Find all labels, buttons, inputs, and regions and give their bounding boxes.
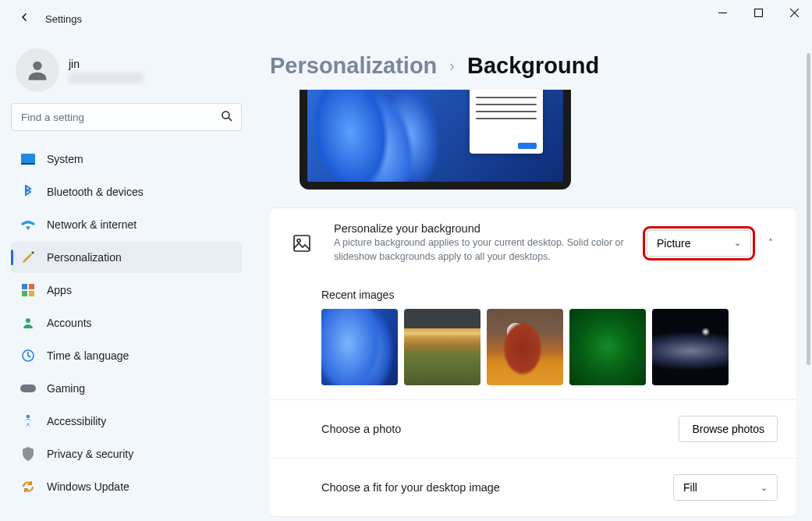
nav-label: Bluetooth & devices bbox=[47, 186, 144, 198]
nav-system[interactable]: System bbox=[11, 144, 242, 175]
button-label: Browse photos bbox=[692, 423, 764, 435]
search-wrap bbox=[11, 103, 242, 131]
settings-window: Settings jin System bbox=[0, 0, 812, 521]
breadcrumb-current: Background bbox=[467, 53, 599, 79]
close-button[interactable] bbox=[776, 0, 812, 25]
minimize-button[interactable] bbox=[704, 0, 740, 25]
nav-personalization[interactable]: Personalization bbox=[11, 242, 242, 273]
nav-label: Accessibility bbox=[47, 415, 106, 427]
svg-rect-9 bbox=[22, 284, 27, 289]
user-email-redacted bbox=[69, 73, 144, 83]
chevron-down-icon: ⌄ bbox=[734, 238, 741, 248]
nav-accounts[interactable]: Accounts bbox=[11, 307, 242, 338]
svg-line-6 bbox=[229, 118, 232, 121]
nav-windows-update[interactable]: Windows Update bbox=[11, 471, 242, 502]
nav-time-language[interactable]: Time & language bbox=[11, 340, 242, 371]
wallpaper-bloom bbox=[300, 90, 486, 190]
apps-icon bbox=[20, 282, 36, 298]
nav-label: Windows Update bbox=[47, 480, 129, 493]
svg-rect-15 bbox=[20, 385, 36, 392]
choose-fit-label: Choose a fit for your desktop image bbox=[321, 481, 500, 494]
window-controls bbox=[704, 0, 812, 31]
nav-list: System Bluetooth & devices Network & int… bbox=[11, 144, 242, 502]
background-type-select[interactable]: Picture ⌄ bbox=[647, 230, 751, 257]
select-value: Fill bbox=[683, 481, 697, 494]
svg-rect-12 bbox=[29, 291, 34, 296]
chevron-down-icon: ⌄ bbox=[761, 483, 768, 493]
preview-window-mock bbox=[470, 90, 543, 154]
select-value: Picture bbox=[657, 237, 691, 250]
collapse-section-button[interactable]: ˄ bbox=[764, 238, 778, 249]
nav-label: Privacy & security bbox=[47, 448, 133, 460]
picture-icon bbox=[290, 235, 314, 252]
recent-images-row bbox=[270, 309, 796, 399]
sync-icon bbox=[20, 479, 36, 494]
svg-rect-1 bbox=[754, 9, 762, 16]
recent-image-thumb[interactable] bbox=[321, 309, 398, 385]
title-bar: Settings bbox=[0, 0, 812, 37]
nav-label: Gaming bbox=[47, 382, 85, 395]
nav-label: Apps bbox=[47, 284, 72, 296]
personalize-subtitle: A picture background applies to your cur… bbox=[334, 236, 626, 264]
breadcrumb: Personalization › Background bbox=[270, 53, 796, 79]
person-icon bbox=[20, 315, 36, 331]
nav-privacy[interactable]: Privacy & security bbox=[11, 438, 242, 470]
background-card: Personalize your background A picture ba… bbox=[270, 208, 796, 516]
accessibility-icon bbox=[20, 413, 36, 429]
breadcrumb-parent[interactable]: Personalization bbox=[270, 53, 437, 79]
svg-rect-7 bbox=[21, 154, 35, 163]
window-title: Settings bbox=[45, 13, 82, 25]
wifi-icon bbox=[20, 217, 36, 232]
svg-point-13 bbox=[26, 318, 30, 323]
browse-photos-button[interactable]: Browse photos bbox=[679, 416, 778, 442]
nav-accessibility[interactable]: Accessibility bbox=[11, 406, 242, 437]
search-input[interactable] bbox=[11, 103, 242, 131]
recent-images-label: Recent images bbox=[270, 278, 796, 309]
svg-rect-17 bbox=[294, 236, 310, 251]
recent-image-thumb[interactable] bbox=[404, 309, 480, 385]
sidebar: jin System Bluetooth & devices Network &… bbox=[11, 44, 242, 502]
personalize-title: Personalize your background bbox=[334, 222, 626, 235]
avatar bbox=[16, 48, 59, 92]
back-button[interactable] bbox=[9, 10, 41, 27]
nav-label: Network & internet bbox=[47, 218, 137, 231]
gamepad-icon bbox=[20, 381, 36, 396]
nav-label: Accounts bbox=[47, 317, 92, 329]
svg-point-16 bbox=[27, 415, 30, 418]
svg-rect-10 bbox=[29, 284, 34, 289]
svg-rect-11 bbox=[22, 291, 27, 296]
recent-image-thumb[interactable] bbox=[487, 309, 563, 385]
nav-network[interactable]: Network & internet bbox=[11, 209, 242, 240]
svg-point-18 bbox=[297, 239, 300, 242]
personalize-row: Personalize your background A picture ba… bbox=[270, 208, 796, 278]
nav-label: Personalization bbox=[47, 251, 122, 264]
svg-rect-8 bbox=[21, 163, 35, 165]
svg-point-4 bbox=[33, 62, 41, 70]
recent-image-thumb[interactable] bbox=[652, 309, 729, 385]
clock-globe-icon bbox=[20, 348, 36, 363]
nav-gaming[interactable]: Gaming bbox=[11, 373, 242, 404]
nav-apps[interactable]: Apps bbox=[11, 275, 242, 306]
user-profile[interactable]: jin bbox=[11, 44, 242, 103]
nav-bluetooth[interactable]: Bluetooth & devices bbox=[11, 176, 242, 207]
search-icon bbox=[220, 109, 234, 123]
paintbrush-icon bbox=[20, 250, 36, 265]
main-content: Personalization › Background Personalize… bbox=[270, 53, 796, 521]
choose-fit-row: Choose a fit for your desktop image Fill… bbox=[270, 458, 796, 516]
vertical-scrollbar[interactable] bbox=[807, 53, 810, 365]
choose-photo-label: Choose a photo bbox=[321, 423, 401, 435]
display-icon bbox=[20, 151, 36, 167]
nav-label: Time & language bbox=[47, 349, 129, 362]
fit-select[interactable]: Fill ⌄ bbox=[673, 474, 778, 501]
user-name: jin bbox=[69, 58, 144, 70]
nav-label: System bbox=[47, 153, 83, 165]
shield-icon bbox=[20, 446, 36, 462]
chevron-right-icon: › bbox=[449, 57, 455, 75]
maximize-button[interactable] bbox=[740, 0, 776, 25]
svg-point-5 bbox=[222, 112, 229, 119]
desktop-preview bbox=[300, 90, 571, 190]
bluetooth-icon bbox=[20, 184, 36, 200]
recent-image-thumb[interactable] bbox=[569, 309, 646, 385]
choose-photo-row: Choose a photo Browse photos bbox=[270, 399, 796, 458]
